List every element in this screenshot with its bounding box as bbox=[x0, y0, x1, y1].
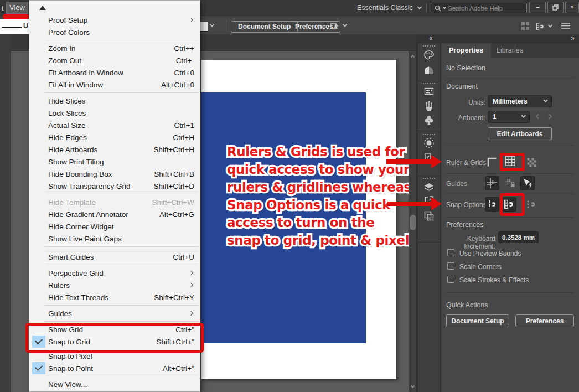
highlight-box-show-grid-icon bbox=[500, 153, 525, 171]
titlebar-divider bbox=[426, 3, 427, 12]
annotation-arrow-snap-options bbox=[387, 202, 432, 206]
dock-separator bbox=[418, 81, 440, 81]
help-search-input[interactable]: Search Adobe Help bbox=[431, 3, 527, 13]
menu-item-hide-edges[interactable]: Hide EdgesCtrl+H bbox=[29, 131, 200, 143]
quick-action-document-setup-button[interactable]: Document Setup bbox=[446, 314, 509, 327]
menu-separator bbox=[45, 92, 199, 93]
menu-item-perspective-grid[interactable]: Perspective Grid bbox=[29, 267, 200, 279]
menu-scroll-up[interactable] bbox=[29, 1, 200, 14]
menu-item-fit-artboard-in-window[interactable]: Fit Artboard in WindowCtrl+0 bbox=[29, 66, 200, 79]
snap-to-point-icon[interactable] bbox=[485, 197, 499, 212]
units-label: Units: bbox=[441, 99, 485, 106]
collapse-dock-icon[interactable]: « bbox=[429, 34, 433, 42]
close-button[interactable]: × bbox=[565, 2, 579, 13]
menu-item-hide-bounding-box[interactable]: Hide Bounding BoxShift+Ctrl+B bbox=[29, 168, 200, 180]
layers-panel-icon[interactable] bbox=[423, 181, 435, 193]
menu-item-smart-guides[interactable]: Smart GuidesCtrl+U bbox=[29, 251, 200, 263]
menu-item-new-view[interactable]: New View... bbox=[29, 378, 200, 390]
scale-corners-checkbox[interactable] bbox=[447, 262, 454, 270]
quick-actions-title: Quick Actions bbox=[446, 301, 488, 309]
menu-item-hide-artboards[interactable]: Hide ArtboardsShift+Ctrl+H bbox=[29, 143, 200, 156]
symbols-panel-icon[interactable] bbox=[423, 114, 435, 126]
snap-tool-chevron-icon[interactable] bbox=[343, 22, 347, 27]
menu-item-snap-to-point[interactable]: Snap to PointAlt+Ctrl+" bbox=[29, 362, 200, 374]
gradient-panel-icon[interactable] bbox=[423, 64, 435, 76]
menu-item-hide-gradient-annotator[interactable]: Hide Gradient AnnotatorAlt+Ctrl+G bbox=[29, 208, 200, 220]
restore-button[interactable] bbox=[547, 2, 564, 13]
stroke-profile-preview[interactable]: U bbox=[0, 19, 29, 35]
brushes-panel-icon[interactable] bbox=[423, 100, 435, 112]
next-artboard-icon[interactable] bbox=[547, 114, 552, 120]
keyboard-increment-input[interactable]: 0.3528 mm bbox=[498, 231, 539, 243]
tab-properties[interactable]: Properties bbox=[441, 43, 491, 58]
menu-item-hide-corner-widget[interactable]: Hide Corner Widget bbox=[29, 220, 200, 233]
tab-libraries[interactable]: Libraries bbox=[489, 43, 531, 58]
snap-options-toolbar-icon[interactable] bbox=[535, 21, 546, 32]
color-panel-icon[interactable] bbox=[423, 49, 435, 61]
menu-item-zoom-in[interactable]: Zoom InCtrl++ bbox=[29, 42, 200, 54]
show-transparency-grid-icon[interactable] bbox=[524, 155, 539, 169]
use-preview-bounds-checkbox[interactable] bbox=[447, 249, 454, 256]
submenu-chevron-icon bbox=[189, 18, 193, 22]
menu-item-show-live-paint-gaps[interactable]: Show Live Paint Gaps bbox=[29, 233, 200, 245]
menu-item-guides[interactable]: Guides bbox=[29, 307, 200, 319]
expand-panel-icon[interactable]: » bbox=[571, 34, 575, 42]
scroll-up-icon[interactable] bbox=[411, 55, 415, 59]
scale-strokes-effects-checkbox[interactable] bbox=[447, 276, 454, 283]
swatches-panel-icon[interactable] bbox=[423, 85, 435, 97]
minimize-button[interactable]: – bbox=[529, 2, 546, 13]
menu-item-hide-slices[interactable]: Hide Slices bbox=[29, 95, 200, 107]
lock-guides-icon[interactable] bbox=[503, 176, 518, 190]
snap-to-pixel-icon[interactable] bbox=[524, 197, 539, 212]
menu-separator bbox=[45, 305, 199, 306]
menu-separator bbox=[45, 321, 199, 322]
chevron-down-icon bbox=[543, 98, 547, 102]
annotation-arrow-ruler-grids bbox=[386, 159, 432, 164]
menu-item-proof-setup[interactable]: Proof Setup bbox=[29, 14, 200, 26]
appearance-panel-icon[interactable] bbox=[423, 137, 435, 149]
menu-item-show-print-tiling[interactable]: Show Print Tiling bbox=[29, 156, 200, 168]
menu-item-lock-slices[interactable]: Lock Slices bbox=[29, 107, 200, 119]
keyboard-increment-label: Keyboard Increment: bbox=[441, 235, 495, 250]
ruler-grids-label: Ruler & Grids bbox=[446, 159, 486, 167]
swatch-chevron-icon[interactable] bbox=[210, 22, 214, 27]
dock-grip[interactable] bbox=[423, 178, 435, 179]
scroll-down-icon[interactable] bbox=[411, 384, 415, 388]
grid-view-icon[interactable] bbox=[521, 22, 530, 30]
dock-separator bbox=[418, 132, 440, 132]
menu-item-proof-colors[interactable]: Proof Colors bbox=[29, 26, 200, 38]
search-icon bbox=[435, 5, 441, 12]
stroke-profile-line bbox=[2, 27, 22, 28]
quick-action-preferences-button[interactable]: Preferences bbox=[515, 314, 574, 327]
artboard-dropdown[interactable]: 1 bbox=[488, 111, 530, 123]
menu-item-actual-size[interactable]: Actual SizeCtrl+1 bbox=[29, 119, 200, 131]
dock-grip[interactable] bbox=[423, 45, 435, 47]
vertical-scrollbar[interactable] bbox=[409, 51, 416, 392]
menu-item-zoom-out[interactable]: Zoom OutCtrl+- bbox=[29, 54, 200, 66]
show-guides-icon[interactable] bbox=[485, 176, 499, 190]
panel-divider bbox=[446, 78, 574, 78]
artboards-panel-icon[interactable] bbox=[423, 210, 435, 222]
smart-guides-icon[interactable] bbox=[520, 176, 535, 190]
snap-tool-icon[interactable] bbox=[329, 20, 341, 33]
menubar-partial-item: t bbox=[2, 4, 4, 12]
menu-item-rulers[interactable]: Rulers bbox=[29, 279, 200, 291]
menu-list-icon[interactable] bbox=[561, 22, 570, 29]
previous-artboard-icon[interactable] bbox=[536, 114, 541, 120]
units-dropdown[interactable]: Millimeters bbox=[488, 95, 552, 107]
dock-grip[interactable] bbox=[423, 134, 435, 135]
scrollbar-thumb[interactable] bbox=[410, 215, 416, 230]
highlight-box-snap-grid-icon bbox=[500, 193, 525, 216]
view-menu-button[interactable]: View bbox=[6, 2, 28, 14]
submenu-chevron-icon bbox=[189, 271, 193, 275]
snap-options-chevron-icon[interactable] bbox=[548, 23, 552, 27]
panel-divider bbox=[446, 292, 574, 293]
menu-item-show-transparency-grid[interactable]: Show Transparency GridShift+Ctrl+D bbox=[29, 180, 200, 192]
menu-item-hide-text-threads[interactable]: Hide Text ThreadsShift+Ctrl+Y bbox=[29, 291, 200, 303]
menu-item-fit-all-in-window[interactable]: Fit All in WindowAlt+Ctrl+0 bbox=[29, 79, 200, 91]
workspace-switcher[interactable]: Essentials Classic bbox=[357, 3, 421, 13]
checkmark-icon bbox=[32, 362, 45, 374]
show-rulers-icon[interactable] bbox=[485, 155, 499, 169]
dock-grip[interactable] bbox=[423, 83, 435, 84]
edit-artboards-button[interactable]: Edit Artboards bbox=[488, 127, 552, 140]
